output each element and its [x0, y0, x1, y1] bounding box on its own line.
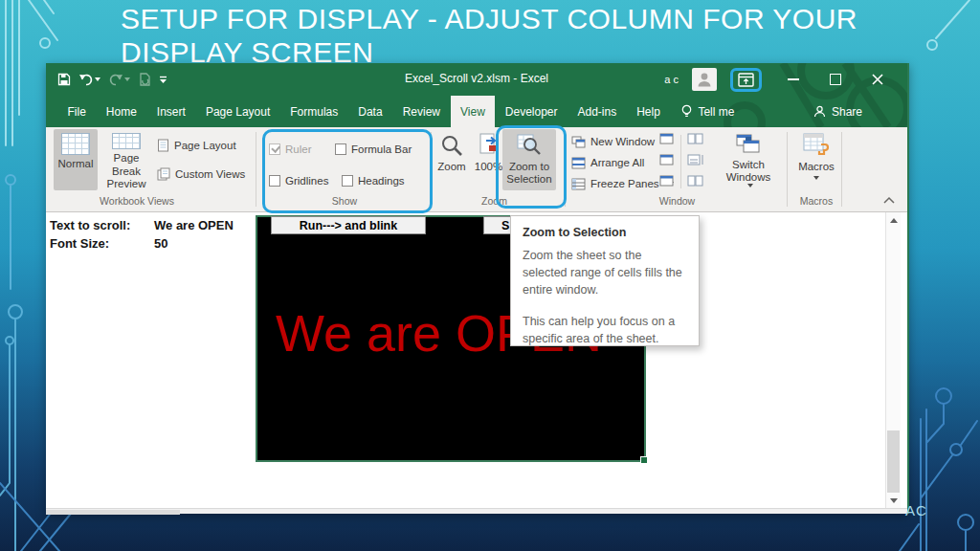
cell-text-to-scroll-label[interactable]: Text to scroll:: [50, 218, 130, 232]
page-break-preview-button[interactable]: Page Break Preview: [98, 129, 155, 190]
group-separator: [841, 132, 842, 207]
freeze-panes-button[interactable]: Freeze Panes: [571, 175, 674, 192]
tab-review[interactable]: Review: [392, 96, 450, 127]
zoom-to-selection-label: Zoom to Selection: [503, 161, 555, 186]
close-button[interactable]: [863, 68, 892, 91]
ruler-checkbox-box[interactable]: [269, 143, 280, 155]
formula-bar-label: Formula Bar: [351, 143, 412, 155]
tab-developer[interactable]: Developer: [495, 96, 568, 127]
macros-group-label: Macros: [787, 195, 846, 207]
new-window-label: New Window: [590, 136, 655, 147]
ribbon-tab-bar: File Home Insert Page Layout Formulas Da…: [46, 96, 907, 127]
gridlines-checkbox-box[interactable]: [269, 175, 280, 187]
save-icon[interactable]: [57, 73, 71, 86]
window-group-label: Window: [568, 195, 787, 207]
redo-button[interactable]: [109, 74, 130, 86]
ribbon: Normal Page Break Preview Page Layout Cu…: [46, 127, 907, 212]
scroll-down-button[interactable]: [886, 493, 901, 508]
tab-formulas[interactable]: Formulas: [280, 96, 348, 127]
window-mini-buttons-col2[interactable]: [687, 133, 704, 192]
user-name[interactable]: a c: [664, 74, 679, 85]
slide: SETUP FOR DISPLAY - ADJUST COLUMN FOR YO…: [0, 0, 980, 551]
gridlines-checkbox[interactable]: Gridlines: [269, 172, 328, 189]
tab-view[interactable]: View: [451, 96, 496, 127]
tab-home[interactable]: Home: [96, 96, 146, 127]
new-window-button[interactable]: New Window: [571, 133, 655, 150]
group-separator: [256, 132, 256, 207]
ruler-checkbox[interactable]: Ruler: [269, 141, 311, 158]
title-bar: Excel_Scroll v2.xlsm - Excel a c: [46, 63, 907, 96]
new-window-icon: [571, 136, 586, 148]
redo-dropdown-icon[interactable]: [124, 77, 130, 81]
switch-windows-label: Switch Windows: [720, 159, 777, 184]
macros-button[interactable]: Macros: [794, 129, 838, 190]
switch-windows-button[interactable]: Switch Windows: [718, 129, 779, 190]
show-group-label: Show: [262, 195, 427, 207]
normal-view-button[interactable]: Normal: [54, 129, 98, 190]
titlebar-right: a c: [664, 63, 907, 96]
share-person-icon: [813, 105, 826, 118]
headings-checkbox[interactable]: Headings: [342, 172, 405, 189]
scroll-down-icon: [890, 498, 898, 503]
cell-font-size-label[interactable]: Font Size:: [50, 236, 109, 251]
zoom-magnifier-icon: [439, 133, 464, 158]
zoom-100-button[interactable]: 100%: [471, 129, 506, 190]
tooltip-paragraph: Zoom the sheet so the selected range of …: [523, 248, 687, 298]
zoom-100-icon: [479, 133, 500, 158]
zoom-to-selection-tooltip: Zoom to Selection Zoom the sheet so the …: [510, 215, 700, 346]
user-avatar[interactable]: [692, 68, 717, 91]
undo-dropdown-icon[interactable]: [95, 77, 100, 81]
arrange-all-button[interactable]: Arrange All: [571, 154, 644, 171]
zoom-to-selection-button[interactable]: Zoom to Selection: [502, 129, 556, 190]
cell-font-size-value[interactable]: 50: [154, 236, 167, 251]
tab-add-ins[interactable]: Add-ins: [568, 96, 627, 127]
freeze-panes-icon: [571, 178, 586, 190]
tab-help[interactable]: Help: [627, 96, 671, 127]
tell-me-box[interactable]: Tell me: [674, 96, 742, 127]
window-mini-buttons-col1[interactable]: [659, 133, 675, 192]
page-layout-icon: [157, 139, 169, 152]
zoom-group-label: Zoom: [433, 195, 556, 207]
page-break-preview-label: Page Break Preview: [98, 152, 155, 190]
ruler-label: Ruler: [285, 143, 311, 155]
group-separator: [431, 132, 432, 207]
selection-handle[interactable]: [640, 456, 648, 464]
ribbon-display-options-button[interactable]: [738, 73, 754, 87]
zoom-button[interactable]: Zoom: [433, 129, 471, 190]
macros-dropdown-icon[interactable]: [813, 176, 819, 180]
normal-view-label: Normal: [57, 158, 93, 170]
minimize-button[interactable]: [779, 68, 808, 91]
freeze-panes-label: Freeze Panes: [590, 178, 659, 189]
touch-mode-icon[interactable]: [139, 73, 150, 86]
tab-file[interactable]: File: [57, 96, 96, 127]
arrange-all-label: Arrange All: [590, 157, 644, 168]
run-and-blink-button[interactable]: Run---> and blink: [271, 216, 426, 234]
share-button[interactable]: Share: [813, 96, 862, 127]
undo-button[interactable]: [79, 74, 100, 86]
customize-qat-icon[interactable]: [159, 76, 167, 84]
scroll-up-button[interactable]: [886, 212, 901, 228]
formula-bar-checkbox[interactable]: Formula Bar: [335, 141, 412, 158]
cell-text-to-scroll-value[interactable]: We are OPEN: [154, 218, 234, 232]
tab-insert[interactable]: Insert: [146, 96, 195, 127]
vertical-scrollbar[interactable]: [885, 212, 901, 508]
zoom-100-label: 100%: [475, 161, 502, 173]
formula-bar-checkbox-box[interactable]: [335, 143, 346, 155]
tab-page-layout[interactable]: Page Layout: [195, 96, 279, 127]
switch-windows-dropdown-icon[interactable]: [747, 184, 753, 187]
worksheet-area[interactable]: Text to scroll: We are OPEN Font Size: 5…: [46, 212, 907, 514]
horizontal-scrollbar-thumb[interactable]: [46, 510, 180, 515]
collapse-ribbon-chevron-icon[interactable]: [882, 196, 896, 205]
excel-header: Excel_Scroll v2.xlsm - Excel a c: [46, 63, 907, 127]
group-separator: [565, 132, 566, 207]
page-break-preview-icon: [112, 133, 141, 149]
page-layout-view-button[interactable]: Page Layout: [157, 137, 236, 154]
headings-checkbox-box[interactable]: [342, 175, 353, 187]
tab-data[interactable]: Data: [348, 96, 392, 127]
maximize-button[interactable]: [821, 68, 850, 91]
macros-label: Macros: [798, 161, 835, 173]
page-layout-label: Page Layout: [174, 140, 236, 151]
custom-views-button[interactable]: Custom Views: [157, 165, 245, 183]
scrollbar-thumb[interactable]: [887, 430, 900, 496]
tooltip-title: Zoom to Selection: [523, 226, 687, 239]
